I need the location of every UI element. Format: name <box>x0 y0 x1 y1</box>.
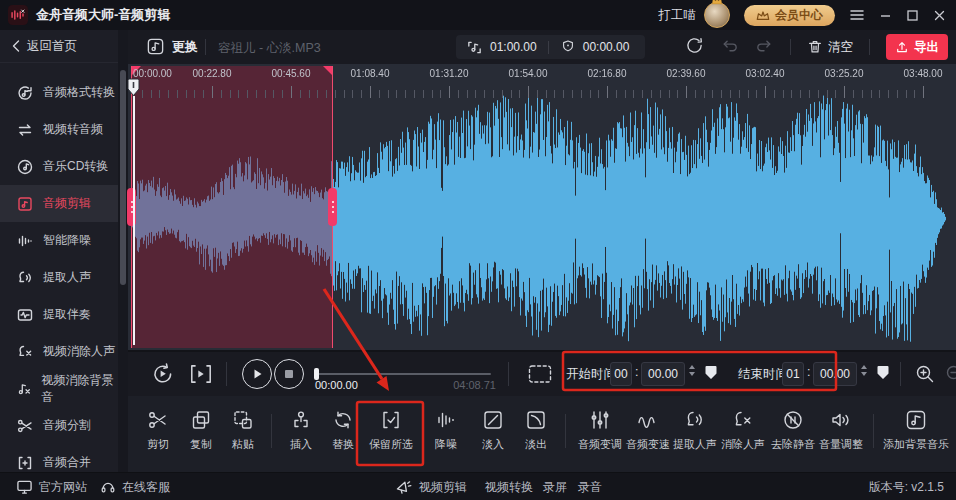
playhead-flag-icon[interactable] <box>127 78 140 97</box>
sidebar-item-audio-edit[interactable]: 音频剪辑 <box>0 185 118 222</box>
paste-icon <box>231 408 255 432</box>
export-label: 导出 <box>914 39 939 56</box>
back-home-label: 返回首页 <box>27 38 77 55</box>
minimize-button[interactable] <box>879 9 892 22</box>
zoom-in-button[interactable] <box>914 363 936 388</box>
transport-bar: 00:00.00 04:08.71 开始时间 00 : 00.00 结束时间 0… <box>128 350 956 396</box>
maximize-button[interactable] <box>906 9 919 22</box>
end-marker-pin-icon[interactable] <box>876 365 890 381</box>
redo-icon <box>755 36 774 55</box>
sidebar-item-label: 提取人声 <box>43 269 91 286</box>
statusbar-link-audio-record[interactable]: 录音 <box>578 473 602 500</box>
online-support-link[interactable]: 在线客服 <box>100 473 170 500</box>
selection-region[interactable] <box>131 66 333 348</box>
member-center-button[interactable]: 会员中心 <box>744 5 835 26</box>
ruler-tick-label: 03:02.40 <box>746 68 785 79</box>
ruler-tick-label: 00:45.60 <box>272 68 311 79</box>
app-logo-icon <box>8 5 28 25</box>
tool-volume-adjust[interactable]: 音量调整 <box>801 408 881 452</box>
end-time-stepper[interactable] <box>861 365 867 376</box>
ruler-tick-mark <box>765 86 766 98</box>
undo-button[interactable] <box>720 36 739 58</box>
hamburger-icon <box>849 8 865 22</box>
seek-slider[interactable] <box>315 373 491 375</box>
sidebar-item-video-remove-vocals[interactable]: 视频消除人声 <box>0 333 118 370</box>
start-minutes-field[interactable]: 00 <box>610 362 632 386</box>
sidebar-item-video-remove-bgm[interactable]: 视频消除背景音 <box>0 370 118 407</box>
ruler-tick-mark <box>212 86 213 98</box>
menu-button[interactable] <box>849 8 865 22</box>
ruler-tick-mark <box>607 86 608 98</box>
start-marker-pin-icon[interactable] <box>704 365 718 381</box>
ruler-tick-label: 02:39.60 <box>667 68 706 79</box>
ruler-tick-label: 01:08.40 <box>351 68 390 79</box>
end-time-label: 结束时间 <box>738 366 788 383</box>
back-home-button[interactable]: 返回首页 <box>0 30 118 63</box>
music-note-box-icon <box>146 37 165 56</box>
minimize-icon <box>879 9 892 22</box>
sidebar-item-label: 视频转音频 <box>43 121 103 138</box>
waveform-area[interactable]: 00:00.0000:22.8000:45.6001:08.4001:31.20… <box>128 64 956 350</box>
extract-accompaniment-icon <box>16 306 34 324</box>
replace-file-button[interactable]: 更换 <box>146 37 198 56</box>
current-time: 00:00.00 <box>315 379 358 391</box>
video-remove-vocals-icon <box>16 343 34 361</box>
username: 打工喵 <box>659 7 697 24</box>
ruler-tick-mark <box>844 86 845 98</box>
reset-button[interactable] <box>685 36 704 58</box>
clear-button[interactable]: 清空 <box>807 39 853 56</box>
remove-vocals-icon <box>731 408 755 432</box>
cd-icon <box>16 158 34 176</box>
loop-play-icon <box>150 361 176 387</box>
sidebar-item-label: 音频格式转换 <box>43 84 115 101</box>
refresh-icon <box>685 36 704 55</box>
official-website-link[interactable]: 官方网站 <box>16 473 87 500</box>
close-button[interactable] <box>933 9 946 22</box>
megaphone-icon <box>395 479 412 495</box>
scrollbar-thumb[interactable] <box>120 70 126 285</box>
end-seconds-field[interactable]: 00.00 <box>813 362 857 386</box>
pill-divider <box>548 41 549 54</box>
playhead-line[interactable] <box>133 96 135 345</box>
zoom-out-button[interactable] <box>944 363 956 388</box>
export-button[interactable]: 导出 <box>886 34 948 60</box>
chevron-left-icon <box>12 40 20 52</box>
replace-label: 更换 <box>172 38 198 56</box>
start-time-stepper[interactable] <box>689 365 695 376</box>
selection-handle-right[interactable] <box>328 188 337 226</box>
redo-button[interactable] <box>755 36 774 58</box>
sidebar-item-audio-format-convert[interactable]: 音频格式转换 <box>0 74 118 111</box>
sidebar-item-audio-split[interactable]: 音频分割 <box>0 407 118 444</box>
start-seconds-field[interactable]: 00.00 <box>641 362 685 386</box>
sidebar-item-smart-denoise[interactable]: 智能降噪 <box>0 222 118 259</box>
sidebar-item-music-cd-convert[interactable]: 音乐CD转换 <box>0 148 118 185</box>
fade-out-icon <box>524 408 548 432</box>
play-button[interactable] <box>242 359 272 389</box>
crown-icon <box>711 0 723 5</box>
sidebar-item-extract-accompaniment[interactable]: 提取伴奏 <box>0 296 118 333</box>
sidebar-item-label: 视频消除背景音 <box>41 372 118 406</box>
sidebar-item-extract-vocals[interactable]: 提取人声 <box>0 259 118 296</box>
headset-icon <box>100 479 116 495</box>
ruler-tick-mark <box>923 86 924 98</box>
tool-add-bgm[interactable]: 添加背景音乐 <box>871 408 956 452</box>
stop-button[interactable] <box>274 359 304 389</box>
statusbar-link-video-edit[interactable]: 视频剪辑 <box>395 473 467 500</box>
selection-tool-button[interactable] <box>528 364 552 387</box>
avatar[interactable] <box>704 2 730 28</box>
loop-play-button[interactable] <box>150 361 176 390</box>
keep-selection-icon <box>379 408 403 432</box>
statusbar-link-screen-record[interactable]: 录屏 <box>543 473 567 500</box>
play-selection-button[interactable] <box>188 361 214 390</box>
timeline-ruler[interactable]: 00:00.0000:22.8000:45.6001:08.4001:31.20… <box>128 64 956 100</box>
zoom-in-icon <box>914 363 936 385</box>
ruler-tick-label: 03:48.00 <box>904 68 943 79</box>
add-bgm-icon <box>904 408 928 432</box>
sidebar-item-video-to-audio[interactable]: 视频转音频 <box>0 111 118 148</box>
time-colon: : <box>635 365 638 379</box>
title-bar: 金舟音频大师-音频剪辑 打工喵 会员中心 <box>0 0 956 30</box>
sidebar-item-label: 音乐CD转换 <box>43 158 108 175</box>
statusbar-link-video-convert[interactable]: 视频转换 <box>485 473 533 500</box>
start-time-label: 开始时间 <box>566 366 616 383</box>
end-minutes-field[interactable]: 01 <box>782 362 804 386</box>
